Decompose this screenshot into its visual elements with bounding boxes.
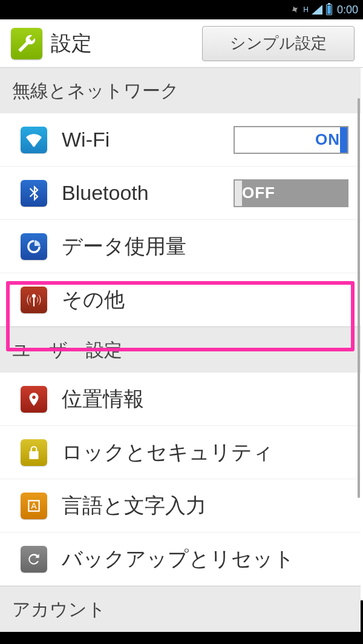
bluetooth-toggle[interactable]: OFF <box>234 179 348 207</box>
row-location[interactable]: 位置情報 <box>0 373 361 426</box>
ringer-vibrate-icon: ✦ <box>288 2 302 18</box>
row-add-account[interactable]: アカウントを追加 <box>0 632 361 644</box>
status-bar: ✦ H 0:00 <box>0 0 363 19</box>
simple-mode-button[interactable]: シンプル設定 <box>202 26 355 61</box>
row-data-usage[interactable]: データ使用量 <box>0 220 361 273</box>
wifi-icon <box>21 127 47 153</box>
row-label: その他 <box>62 286 348 314</box>
row-label: 位置情報 <box>62 385 348 413</box>
row-label: データ使用量 <box>62 233 348 261</box>
data-usage-icon <box>21 233 47 260</box>
row-label: ロックとセキュリティ <box>62 439 348 466</box>
row-lock-security[interactable]: ロックとセキュリティ <box>0 426 361 479</box>
section-header-account: アカウント <box>0 586 361 632</box>
row-more-wireless[interactable]: その他 <box>0 273 361 327</box>
row-backup-reset[interactable]: バックアップとリセット <box>0 533 361 586</box>
row-language-input[interactable]: A 言語と文字入力 <box>0 479 361 533</box>
settings-scroll-area[interactable]: 無線とネットワーク Wi-Fi ON Bluetooth OFF データ使用量 <box>0 68 363 600</box>
signal-icon <box>312 5 322 15</box>
section-header-wireless: 無線とネットワーク <box>0 68 361 113</box>
bluetooth-icon <box>21 180 47 207</box>
section-header-user: ユーザー設定 <box>0 327 361 373</box>
lock-icon <box>21 439 47 466</box>
svg-text:A: A <box>31 501 37 511</box>
row-label: Wi-Fi <box>62 128 219 151</box>
scrollbar-thumb[interactable] <box>358 98 360 498</box>
settings-app-icon <box>11 28 42 59</box>
app-header: 設定 シンプル設定 <box>0 19 363 68</box>
wifi-toggle[interactable]: ON <box>234 126 348 154</box>
backup-icon <box>21 546 47 573</box>
clock: 0:00 <box>337 4 358 16</box>
antenna-icon <box>21 287 47 313</box>
battery-icon <box>326 4 332 15</box>
row-label: バックアップとリセット <box>62 545 348 573</box>
row-label: 言語と文字入力 <box>62 492 348 520</box>
location-icon <box>21 386 47 413</box>
language-input-icon: A <box>21 493 47 519</box>
row-bluetooth[interactable]: Bluetooth OFF <box>0 167 361 220</box>
row-label: Bluetooth <box>62 181 219 205</box>
row-wifi[interactable]: Wi-Fi ON <box>0 113 361 167</box>
page-title: 設定 <box>51 30 92 58</box>
data-type-indicator: H <box>303 5 308 14</box>
